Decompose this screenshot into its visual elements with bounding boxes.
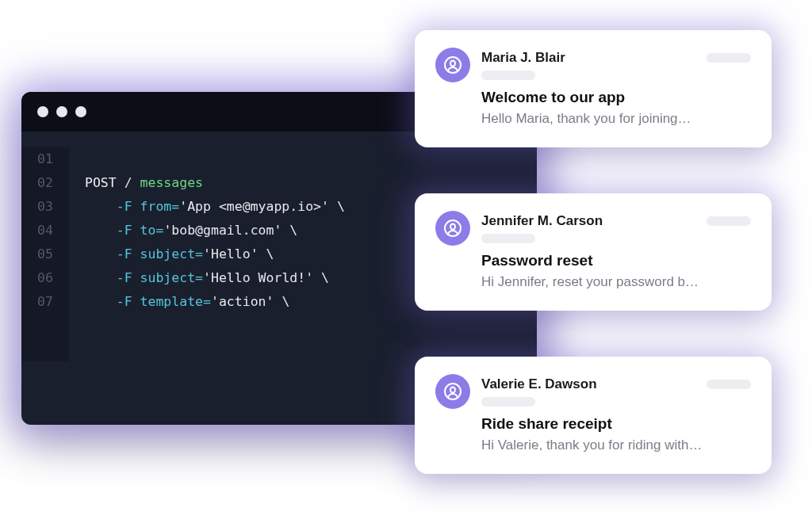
- backslash: \: [266, 246, 274, 262]
- sender-name: Jennifer M. Carson: [481, 213, 603, 229]
- line-number: 03: [21, 195, 69, 219]
- svg-point-4: [445, 384, 461, 399]
- flag: -F: [117, 270, 132, 285]
- close-icon[interactable]: [37, 106, 48, 117]
- card-header: Jennifer M. Carson: [435, 211, 751, 246]
- message-subject: Password reset: [481, 252, 751, 269]
- message-subject: Ride share receipt: [481, 415, 751, 433]
- param: subject=: [140, 246, 203, 262]
- card-header: Maria J. Blair: [435, 48, 751, 82]
- svg-point-3: [450, 224, 455, 230]
- meta-placeholder: [481, 234, 535, 243]
- endpoint-name: messages: [140, 175, 203, 190]
- param: to=: [140, 223, 164, 238]
- svg-point-2: [445, 220, 461, 236]
- timestamp-placeholder: [707, 216, 751, 226]
- line-number: 05: [21, 242, 69, 266]
- line-number: 06: [21, 266, 69, 290]
- message-preview: Hi Jennifer, reset your password b…: [481, 274, 751, 290]
- flag: -F: [117, 199, 132, 214]
- message-card[interactable]: Maria J. Blair Welcome to our app Hello …: [415, 30, 772, 147]
- meta-placeholder: [481, 397, 535, 407]
- message-card[interactable]: Valerie E. Dawson Ride share receipt Hi …: [415, 357, 772, 474]
- flag: -F: [117, 223, 132, 238]
- value: 'bob@gmail.com': [163, 223, 282, 238]
- backslash: \: [337, 199, 345, 214]
- backslash: \: [289, 223, 297, 238]
- value: 'Hello World!': [203, 270, 313, 285]
- avatar-icon: [435, 374, 470, 409]
- backslash: \: [282, 294, 289, 309]
- line-number: 01: [21, 147, 69, 171]
- message-preview: Hi Valerie, thank you for riding with…: [481, 437, 751, 453]
- param: subject=: [140, 270, 203, 285]
- backslash: \: [321, 270, 329, 285]
- value: 'action': [211, 294, 274, 309]
- maximize-icon[interactable]: [75, 106, 86, 117]
- line-number: 07: [21, 290, 69, 314]
- timestamp-placeholder: [707, 380, 751, 389]
- card-header: Valerie E. Dawson: [435, 374, 751, 409]
- svg-point-0: [445, 57, 461, 73]
- avatar-icon: [435, 211, 470, 246]
- code-content: POST / messages -F from='App <me@myapp.i…: [69, 147, 345, 361]
- timestamp-placeholder: [707, 53, 751, 63]
- value: 'Hello': [203, 246, 259, 262]
- sender-name: Valerie E. Dawson: [481, 376, 597, 392]
- avatar-icon: [435, 48, 470, 82]
- sender-name: Maria J. Blair: [481, 50, 565, 66]
- svg-point-5: [450, 388, 455, 393]
- http-method: POST: [85, 175, 117, 190]
- minimize-icon[interactable]: [56, 106, 67, 117]
- value: 'App <me@myapp.io>': [179, 199, 329, 214]
- message-subject: Welcome to our app: [481, 89, 751, 106]
- line-number: 02: [21, 171, 69, 195]
- message-preview: Hello Maria, thank you for joining…: [481, 111, 751, 127]
- param: from=: [140, 199, 180, 214]
- message-card[interactable]: Jennifer M. Carson Password reset Hi Jen…: [415, 193, 772, 311]
- flag: -F: [117, 246, 132, 262]
- meta-placeholder: [481, 71, 535, 80]
- path-slash: /: [124, 175, 132, 190]
- line-number-gutter: 01 02 03 04 05 06 07: [21, 147, 69, 361]
- line-number: 04: [21, 219, 69, 242]
- param: template=: [140, 294, 211, 309]
- svg-point-1: [450, 61, 455, 67]
- flag: -F: [117, 294, 132, 309]
